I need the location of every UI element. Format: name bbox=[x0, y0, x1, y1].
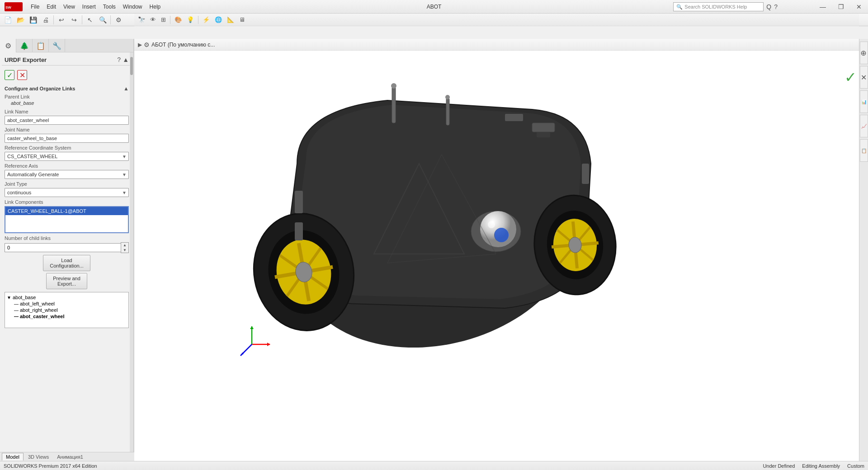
tree-label-caster-wheel: abot_caster_wheel bbox=[20, 314, 64, 319]
link-name-input[interactable] bbox=[5, 116, 129, 125]
joint-type-select[interactable]: continuous fixed revolute prismatic floa… bbox=[5, 188, 129, 197]
svg-rect-32 bbox=[295, 222, 303, 240]
panel-tabs: ⚙ 🌲 📋 🔧 bbox=[0, 39, 133, 52]
tree-child-3[interactable]: — abot_caster_wheel bbox=[7, 313, 127, 320]
redo-button[interactable]: ↪ bbox=[68, 14, 80, 25]
menu-insert[interactable]: Insert bbox=[79, 0, 99, 14]
tree-child-1[interactable]: — abot_left_wheel bbox=[7, 301, 127, 307]
view-btn-6[interactable]: ⚡ bbox=[201, 15, 212, 25]
panel-scrollbar[interactable] bbox=[130, 52, 133, 461]
help-icon[interactable]: ? bbox=[117, 56, 121, 63]
panel-scrollbar-handle[interactable] bbox=[130, 57, 133, 75]
joint-name-label: Joint Name bbox=[2, 126, 132, 133]
right-icon-4[interactable]: 📈 bbox=[860, 115, 868, 137]
menu-help[interactable]: Help bbox=[146, 0, 165, 14]
right-icon-3[interactable]: 📊 bbox=[860, 90, 868, 113]
view-btn-3[interactable]: ⊞ bbox=[159, 15, 168, 25]
custom-status: Custom bbox=[847, 463, 864, 469]
confirm-button[interactable]: ✓ bbox=[5, 70, 14, 80]
load-config-button[interactable]: Load Configuration... bbox=[43, 255, 90, 271]
child-links-input[interactable] bbox=[5, 243, 121, 252]
zoom-button[interactable]: 🔍 bbox=[97, 14, 108, 25]
tree-label-right-wheel: abot_right_wheel bbox=[20, 307, 58, 313]
undo-button[interactable]: ↩ bbox=[56, 14, 67, 25]
minimize-button[interactable]: — bbox=[814, 0, 832, 14]
child-links-spinner: ▲ ▼ bbox=[5, 242, 129, 253]
view-btn-9[interactable]: 🖥 bbox=[237, 15, 247, 25]
open-button[interactable]: 📂 bbox=[14, 14, 26, 25]
tab-animation[interactable]: Анимация1 bbox=[53, 453, 87, 461]
right-icon-1[interactable]: ⊕ bbox=[860, 42, 868, 64]
tree-root[interactable]: ▼ abot_base bbox=[7, 294, 127, 301]
parent-link-value: abot_base bbox=[2, 100, 132, 108]
joint-name-input[interactable] bbox=[5, 134, 129, 143]
spinner-up[interactable]: ▲ bbox=[121, 243, 128, 248]
viewport-3d[interactable]: ✓ bbox=[134, 51, 868, 461]
new-button[interactable]: 📄 bbox=[2, 14, 14, 25]
svg-point-25 bbox=[391, 83, 396, 89]
view-btn-2[interactable]: 👁 bbox=[148, 15, 158, 25]
menu-file[interactable]: File bbox=[27, 0, 43, 14]
ref-coord-select[interactable]: CS_CASTER_WHEEL World Custom bbox=[5, 152, 129, 161]
tab-model[interactable]: Model bbox=[2, 453, 24, 461]
view-btn-7[interactable]: 🌐 bbox=[213, 15, 224, 25]
tree-item-left-wheel[interactable]: — abot_left_wheel bbox=[14, 301, 127, 307]
restore-button[interactable]: ❐ bbox=[832, 0, 850, 14]
spinner-down[interactable]: ▼ bbox=[121, 248, 128, 253]
vt-sep2 bbox=[198, 16, 198, 24]
svg-rect-29 bbox=[537, 132, 550, 137]
solidworks-version: SOLIDWORKS Premium 2017 x64 Edition bbox=[4, 463, 97, 469]
child-links-label: Number of child links bbox=[2, 234, 132, 241]
menu-view[interactable]: View bbox=[60, 0, 79, 14]
link-components-list[interactable]: CASTER_WHEEL_BALL-1@ABOT bbox=[5, 206, 129, 233]
tree-item-right-wheel[interactable]: — abot_right_wheel bbox=[14, 307, 127, 313]
tab-3dviews[interactable]: 3D Views bbox=[24, 453, 52, 461]
print-button[interactable]: 🖨 bbox=[40, 14, 52, 25]
tree-section: ▼ abot_base — abot_left_wheel — abot_rig… bbox=[5, 292, 129, 328]
close-button[interactable]: ✕ bbox=[850, 0, 868, 14]
svg-rect-28 bbox=[532, 123, 555, 132]
window-controls: — ❐ ✕ bbox=[814, 0, 868, 14]
ref-coord-dropdown-wrap: CS_CASTER_WHEEL World Custom ▼ bbox=[5, 152, 129, 161]
view-btn-5[interactable]: 💡 bbox=[185, 15, 196, 25]
collapse-panel-icon[interactable]: ▲ bbox=[123, 56, 129, 63]
ref-axis-select[interactable]: Automatically Generate X Axis Y Axis Z A… bbox=[5, 170, 129, 179]
panel-tab-urdf[interactable]: ⚙ bbox=[0, 39, 16, 52]
list-item-caster[interactable]: CASTER_WHEEL_BALL-1@ABOT bbox=[5, 207, 128, 215]
right-panel-icons: ⊕ ✕ 📊 📈 📋 bbox=[859, 39, 868, 461]
editing-assembly-status: Editing Assembly bbox=[802, 463, 840, 469]
menu-tools[interactable]: Tools bbox=[99, 0, 119, 14]
tree-label-left-wheel: abot_left_wheel bbox=[20, 301, 55, 306]
under-defined-status: Under Defined bbox=[763, 463, 795, 469]
menu-edit[interactable]: Edit bbox=[43, 0, 60, 14]
settings-button[interactable]: ⚙ bbox=[113, 14, 124, 25]
status-right: Under Defined Editing Assembly Custom bbox=[763, 463, 864, 469]
ref-axis-dropdown-wrap: Automatically Generate X Axis Y Axis Z A… bbox=[5, 170, 129, 179]
menu-window[interactable]: Window bbox=[119, 0, 146, 14]
panel-tab-2[interactable]: 🌲 bbox=[16, 39, 33, 52]
panel-title-bar: URDF Exporter ? ▲ bbox=[2, 54, 132, 66]
sep3 bbox=[110, 15, 111, 24]
panel-tab-4[interactable]: 🔧 bbox=[49, 39, 65, 52]
save-button[interactable]: 💾 bbox=[27, 14, 39, 25]
tree-item-caster-wheel[interactable]: — abot_caster_wheel bbox=[14, 313, 127, 320]
link-name-label: Link Name bbox=[2, 108, 132, 115]
tree-root-label: abot_base bbox=[13, 295, 36, 300]
right-icon-5[interactable]: 📋 bbox=[860, 139, 868, 162]
panel-tab-3[interactable]: 📋 bbox=[33, 39, 49, 52]
tree-child-2[interactable]: — abot_right_wheel bbox=[7, 307, 127, 313]
preview-export-button[interactable]: Preview and Export... bbox=[46, 273, 87, 289]
tree-leaf-icon-3: — bbox=[14, 314, 19, 319]
cancel-button[interactable]: ✕ bbox=[17, 70, 27, 80]
tree-expand-icon: ▼ bbox=[7, 295, 11, 300]
joint-type-dropdown-wrap: continuous fixed revolute prismatic floa… bbox=[5, 188, 129, 197]
svg-rect-30 bbox=[505, 114, 523, 121]
accept-button[interactable]: ✓ bbox=[844, 69, 857, 86]
right-icon-2[interactable]: ✕ bbox=[860, 66, 868, 89]
view-btn-8[interactable]: 📐 bbox=[225, 15, 236, 25]
section-collapse-btn[interactable]: ▲ bbox=[123, 85, 129, 92]
view-btn-1[interactable]: 🔭 bbox=[136, 15, 147, 25]
breadcrumb-arrow: ▶ bbox=[138, 42, 142, 48]
view-btn-4[interactable]: 🎨 bbox=[173, 15, 184, 25]
select-button[interactable]: ↖ bbox=[84, 14, 96, 25]
